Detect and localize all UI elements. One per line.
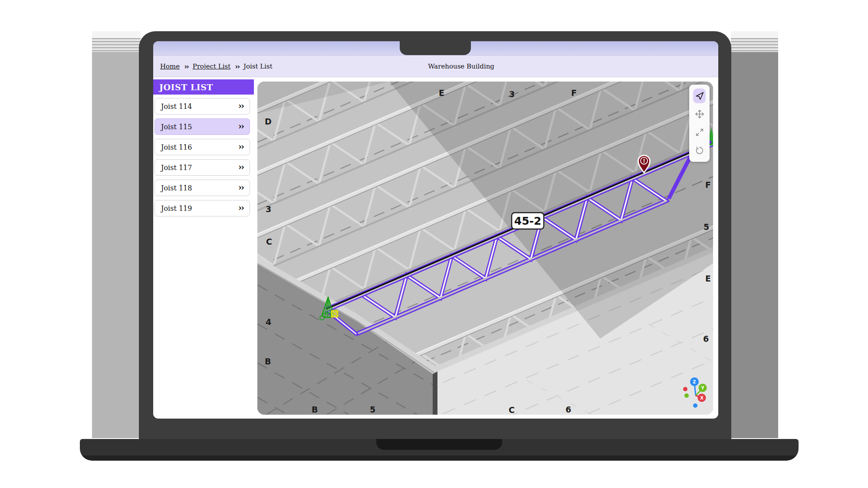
double-chevron-icon: ›› [238,101,243,111]
joist-item-label: Joist 115 [161,123,192,131]
breadcrumb-separator-icon: ›› [184,62,188,71]
zoom-extents-icon [693,125,706,140]
page-background: Home››Project List››Joist ListWarehouse … [0,0,868,488]
grid-label: F [705,180,711,190]
grid-label: 5 [704,222,709,232]
double-chevron-icon: ›› [238,162,243,172]
grid-label: C [266,237,272,246]
laptop-screen: Home››Project List››Joist ListWarehouse … [153,41,718,419]
joist-item-label: Joist 117 [161,164,192,172]
toolbar-zoom-extents-button[interactable] [690,123,708,141]
grid-label: E [439,88,444,98]
sidebar: JOIST LIST Joist 114››Joist 115››Joist 1… [153,77,254,418]
sidebar-item-joist-115[interactable]: Joist 115›› [155,118,250,135]
model-viewport[interactable]: !45-2E3FD3C4BB5C6F5E6 ZYX [257,82,713,415]
laptop-lid: Home››Project List››Joist ListWarehouse … [139,31,731,439]
backdrop-slab-left [92,31,141,438]
sidebar-item-joist-117[interactable]: Joist 117›› [155,159,250,176]
breadcrumb: Home››Project List››Joist ListWarehouse … [153,56,718,77]
toolbar-rotate-button[interactable] [690,141,708,160]
grid-label: 3 [509,89,515,99]
joist-item-label: Joist 114 [161,102,192,111]
sidebar-item-joist-118[interactable]: Joist 118›› [155,180,250,196]
joist-item-label: Joist 118 [161,184,192,192]
grid-label: B [265,357,271,366]
sidebar-item-joist-116[interactable]: Joist 116›› [155,139,250,155]
grid-label: 5 [370,405,375,414]
viewer-area: !45-2E3FD3C4BB5C6F5E6 ZYX [254,77,718,418]
grid-label: F [571,88,577,98]
double-chevron-icon: ›› [238,121,243,131]
svg-text:Z: Z [693,380,696,384]
joist-list: Joist 114››Joist 115››Joist 116››Joist 1… [153,95,254,216]
sidebar-title: JOIST LIST [153,79,254,95]
grid-label: 4 [266,317,271,327]
toolbar-pan-button[interactable] [690,105,708,123]
laptop-base-groove [376,439,502,450]
breadcrumb-item-joist-list: Joist List [243,62,273,70]
page-title: Warehouse Building [428,62,494,70]
sidebar-item-joist-119[interactable]: Joist 119›› [155,200,250,216]
joist-item-label: Joist 119 [161,204,192,213]
double-chevron-icon: ›› [238,141,243,152]
backdrop-slab-right [731,31,778,438]
grid-label: 6 [566,405,571,414]
grid-label: 6 [703,334,709,344]
sidebar-item-joist-114[interactable]: Joist 114›› [155,98,250,115]
axis-gizmo[interactable]: ZYX [683,377,710,409]
viewport-toolbar [689,85,710,162]
grid-label: E [705,274,711,283]
joist-tag-label: 45-2 [512,213,544,229]
breadcrumb-item-home[interactable]: Home [160,62,180,70]
rotate-icon [693,143,706,158]
svg-text:!: ! [643,158,645,164]
laptop-camera-notch [400,31,471,55]
grid-label: D [265,117,272,126]
joist-item-label: Joist 116 [161,143,192,151]
breadcrumb-separator-icon: ›› [235,62,239,71]
grid-label: C [509,405,515,415]
svg-text:X: X [700,396,704,400]
toolbar-navigate-button[interactable] [690,87,708,105]
grid-label: 3 [266,204,271,214]
double-chevron-icon: ›› [238,182,243,193]
joist-node-marker [332,311,338,317]
pan-icon [693,107,706,121]
model-3d-canvas[interactable]: !45-2E3FD3C4BB5C6F5E6 [257,82,713,415]
laptop-base [80,439,799,461]
navigate-icon [693,88,706,103]
double-chevron-icon: ›› [238,203,243,213]
grid-label: B [312,405,318,414]
svg-text:45-2: 45-2 [514,215,542,227]
backdrop-slab-right-cap [731,31,778,52]
svg-text:Y: Y [700,386,704,390]
backdrop-slab-left-cap [92,31,141,52]
breadcrumb-item-project-list[interactable]: Project List [193,62,231,70]
